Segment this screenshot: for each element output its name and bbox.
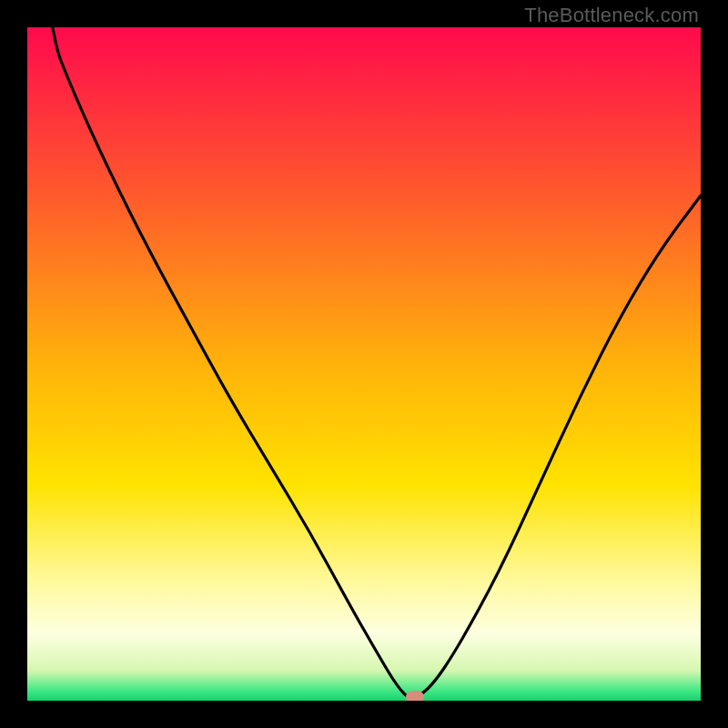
watermark-text: TheBottleneck.com [524, 4, 699, 27]
chart-frame: TheBottleneck.com [0, 0, 728, 728]
bottleneck-curve [27, 27, 701, 701]
plot-area [27, 27, 701, 701]
optimal-marker [406, 691, 424, 701]
